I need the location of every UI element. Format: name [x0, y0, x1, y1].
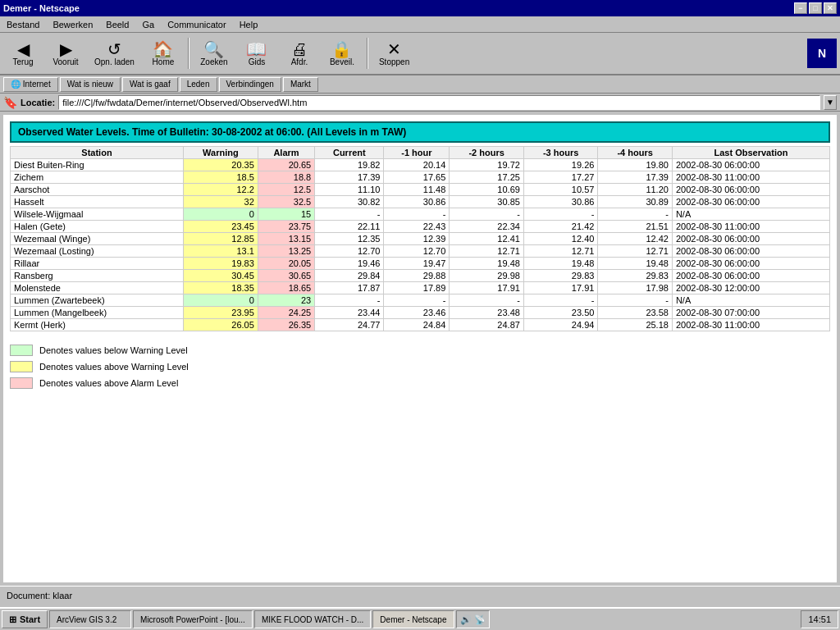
nav-market[interactable]: Markt	[283, 77, 318, 92]
table-cell: 23.44	[315, 307, 384, 319]
nav-bar: 🌐 Internet Wat is nieuw Wat is gaaf Lede…	[0, 75, 840, 94]
table-cell: 2002-08-30 06:00:00	[672, 184, 829, 196]
table-cell: -	[384, 294, 450, 307]
menu-communicator[interactable]: Communicator	[164, 19, 230, 30]
table-cell: 2002-08-30 06:00:00	[672, 245, 829, 258]
nav-members[interactable]: Leden	[180, 77, 217, 92]
toolbar-home-label: Home	[153, 57, 175, 66]
table-cell: 17.98	[598, 282, 673, 294]
toolbar-search[interactable]: 🔍 Zoeken	[194, 34, 234, 72]
minimize-button[interactable]: −	[794, 2, 807, 14]
close-button[interactable]: ✕	[824, 2, 837, 14]
legend-label-yellow: Denotes values above Warning Level	[39, 362, 189, 372]
toolbar-guide[interactable]: 📖 Gids	[237, 34, 276, 72]
menu-help[interactable]: Help	[236, 19, 262, 30]
table-cell: 13.25	[258, 245, 314, 258]
table-cell: 2002-08-30 11:00:00	[672, 221, 829, 233]
toolbar-print[interactable]: 🖨 Afdr.	[280, 34, 319, 72]
bookmark-icon: 🔖	[3, 96, 17, 109]
table-cell: 21.42	[523, 221, 598, 233]
table-row: Halen (Gete)23.4523.7522.1122.4322.3421.…	[11, 221, 830, 233]
table-cell: Lummen (Mangelbeek)	[11, 307, 184, 319]
water-levels-table: Station Warning Alarm Current -1 hour -2…	[10, 146, 830, 331]
nav-connections[interactable]: Verbindingen	[219, 77, 281, 92]
table-cell: 19.48	[598, 258, 673, 270]
toolbar-stop[interactable]: ✕ Stoppen	[373, 34, 415, 72]
table-cell: 0	[183, 294, 258, 307]
table-cell: 30.89	[598, 196, 673, 208]
table-cell: 11.10	[315, 184, 384, 196]
page-title: Observed Water Levels. Time of Bulletin:…	[10, 121, 830, 143]
table-cell: 30.86	[384, 196, 450, 208]
home-icon: 🏠	[153, 41, 173, 57]
table-row: Wilsele-Wijgmaal015-----N/A	[11, 208, 830, 221]
toolbar-reload[interactable]: ↺ Opn. laden	[89, 34, 140, 72]
taskbar-mikeflood[interactable]: MIKE FLOOD WATCH - D...	[254, 610, 371, 628]
taskbar-netscape[interactable]: Demer - Netscape	[372, 610, 454, 628]
table-cell: 12.70	[384, 245, 450, 258]
toolbar-home[interactable]: 🏠 Home	[144, 34, 183, 72]
start-button[interactable]: ⊞ Start	[2, 610, 48, 628]
taskbar-arcview[interactable]: ArcView GIS 3.2	[49, 610, 131, 628]
table-cell: 23	[258, 294, 314, 307]
table-cell: 26.35	[258, 319, 314, 331]
table-cell: 23.95	[183, 307, 258, 319]
table-cell: 29.88	[384, 270, 450, 282]
taskbar-powerpoint[interactable]: Microsoft PowerPoint - [lou...	[133, 610, 253, 628]
menu-ga[interactable]: Ga	[139, 19, 158, 30]
legend-box-yellow	[10, 361, 33, 372]
tray-icons: 🔊 📡	[460, 614, 486, 625]
table-cell: 22.11	[315, 221, 384, 233]
table-cell: 23.48	[450, 307, 524, 319]
toolbar-back[interactable]: ◀ Terug	[3, 34, 43, 72]
maximize-button[interactable]: □	[809, 2, 822, 14]
col-header-h2: -2 hours	[450, 147, 524, 159]
table-cell: 29.83	[598, 270, 673, 282]
location-input[interactable]	[58, 95, 820, 110]
table-cell: 18.65	[258, 282, 314, 294]
menu-bestand[interactable]: Bestand	[3, 19, 43, 30]
menu-beeld[interactable]: Beeld	[103, 19, 132, 30]
table-cell: 19.80	[598, 159, 673, 171]
toolbar: ◀ Terug ▶ Vooruit ↺ Opn. laden 🏠 Home 🔍 …	[0, 33, 840, 75]
table-cell: 23.45	[183, 221, 258, 233]
table-cell: 12.5	[258, 184, 314, 196]
col-header-warning: Warning	[183, 147, 258, 159]
table-cell: 13.15	[258, 233, 314, 245]
menu-bewerken[interactable]: Bewerken	[49, 19, 96, 30]
table-cell: 15	[258, 208, 314, 221]
col-header-last: Last Observation	[672, 147, 829, 159]
table-cell: 21.51	[598, 221, 673, 233]
location-label: Locatie:	[21, 98, 55, 107]
taskbar-tray: 🔊 📡	[456, 610, 490, 628]
nav-internet[interactable]: 🌐 Internet	[3, 77, 58, 92]
table-cell: 23.46	[384, 307, 450, 319]
table-cell: Wilsele-Wijgmaal	[11, 208, 184, 221]
legend-label-red: Denotes values above Alarm Level	[39, 378, 178, 388]
table-row: Wezemaal (Losting)13.113.2512.7012.7012.…	[11, 245, 830, 258]
table-cell: 2002-08-30 07:00:00	[672, 307, 829, 319]
title-bar: Demer - Netscape − □ ✕	[0, 0, 840, 16]
window-title: Demer - Netscape	[3, 3, 80, 13]
table-cell: 19.48	[523, 258, 598, 270]
toolbar-stop-label: Stoppen	[379, 57, 409, 66]
toolbar-security[interactable]: 🔒 Beveil.	[322, 34, 362, 72]
nav-whats-new[interactable]: Wat is nieuw	[60, 77, 121, 92]
table-cell: 10.57	[523, 184, 598, 196]
table-cell: 2002-08-30 11:00:00	[672, 171, 829, 184]
table-cell: 2002-08-30 06:00:00	[672, 196, 829, 208]
col-header-h1: -1 hour	[384, 147, 450, 159]
col-header-station: Station	[11, 147, 184, 159]
toolbar-forward[interactable]: ▶ Vooruit	[46, 34, 85, 72]
table-cell: 12.70	[315, 245, 384, 258]
table-cell: Molenstede	[11, 282, 184, 294]
nav-whats-cool[interactable]: Wat is gaaf	[122, 77, 178, 92]
location-dropdown[interactable]: ▼	[824, 95, 837, 110]
table-cell: 19.47	[384, 258, 450, 270]
table-row: Rillaar19.8320.0519.4619.4719.4819.4819.…	[11, 258, 830, 270]
table-cell: -	[315, 294, 384, 307]
col-header-h3: -3 hours	[523, 147, 598, 159]
table-cell: 29.98	[450, 270, 524, 282]
table-cell: 26.05	[183, 319, 258, 331]
table-cell: 17.87	[315, 282, 384, 294]
